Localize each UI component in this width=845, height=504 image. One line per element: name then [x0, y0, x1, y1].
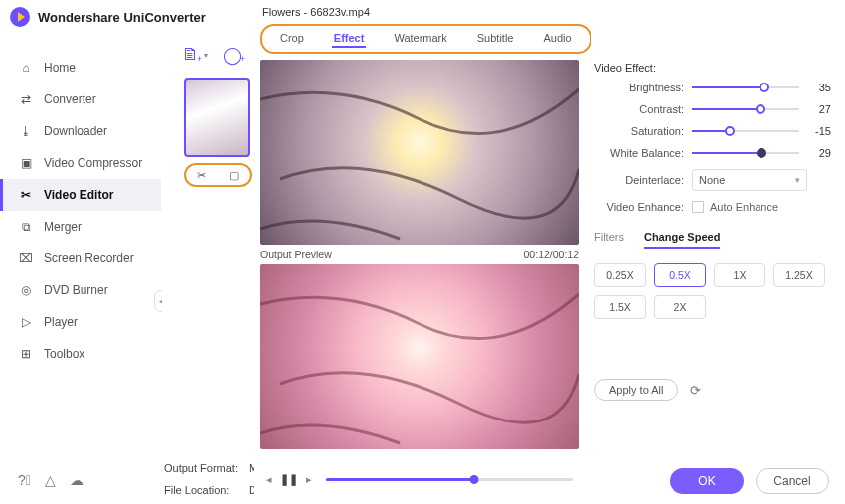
sidebar-item-downloader[interactable]: ⭳Downloader [0, 115, 161, 147]
editor-icon: ✂ [18, 187, 34, 203]
tab-effect[interactable]: Effect [332, 30, 367, 48]
crop-icon[interactable]: ▢ [229, 169, 239, 182]
cancel-button[interactable]: Cancel [756, 468, 829, 494]
sidebar-item-label: Home [44, 61, 76, 75]
sidebar-item-label: Player [44, 315, 78, 329]
speed-options: 0.25X 0.5X 1X 1.25X 1.5X 2X [594, 263, 831, 319]
merger-icon: ⧉ [18, 219, 34, 235]
auto-enhance-checkbox[interactable] [692, 201, 704, 213]
downloader-icon: ⭳ [18, 123, 34, 139]
help-icon[interactable]: ?⃝ [18, 472, 31, 488]
app-title: Wondershare UniConverter [38, 10, 206, 25]
tab-watermark[interactable]: Watermark [392, 30, 448, 48]
playback-slider[interactable] [326, 478, 573, 481]
speed-0-25x[interactable]: 0.25X [594, 263, 646, 287]
saturation-value: -15 [807, 125, 831, 137]
original-preview [260, 60, 579, 245]
video-enhance-label: Video Enhance: [594, 201, 684, 213]
sidebar-item-compressor[interactable]: ▣Video Compressor [0, 147, 161, 179]
auto-enhance-label: Auto Enhance [710, 201, 778, 213]
brightness-slider[interactable] [692, 86, 799, 88]
sidebar-item-label: Video Compressor [44, 156, 142, 170]
sidebar-item-merger[interactable]: ⧉Merger [0, 211, 161, 243]
sidebar-item-label: Screen Recorder [44, 252, 134, 265]
compressor-icon: ▣ [18, 155, 34, 171]
app-logo-icon [10, 7, 30, 27]
feedback-icon[interactable]: ☁ [70, 472, 84, 488]
pause-icon[interactable]: ❚❚ [280, 470, 298, 488]
sidebar-item-editor[interactable]: ✂Video Editor [0, 179, 161, 211]
converter-icon: ⇄ [18, 91, 34, 107]
player-icon: ▷ [18, 314, 34, 330]
video-effect-title: Video Effect: [594, 62, 831, 74]
subtab-filters[interactable]: Filters [594, 231, 624, 249]
deinterlace-label: Deinterlace: [594, 174, 684, 186]
sidebar-item-player[interactable]: ▷Player [0, 306, 161, 338]
reset-icon[interactable]: ⟳ [690, 383, 701, 398]
sidebar-item-label: DVD Burner [44, 283, 108, 297]
white-balance-slider[interactable] [692, 152, 799, 154]
preview-label: Output Preview [260, 249, 332, 260]
saturation-label: Saturation: [594, 125, 684, 137]
contrast-label: Contrast: [594, 103, 684, 115]
recorder-icon: ⌧ [18, 251, 34, 266]
brightness-label: Brightness: [594, 82, 684, 93]
next-frame-icon[interactable]: ▸ [300, 470, 318, 488]
trim-icon[interactable]: ✂ [197, 169, 206, 182]
speed-1-5x[interactable]: 1.5X [594, 295, 646, 319]
tab-crop[interactable]: Crop [278, 30, 306, 48]
file-location-label: File Location: [164, 484, 249, 496]
ok-button[interactable]: OK [670, 468, 744, 494]
contrast-slider[interactable] [692, 108, 799, 110]
sidebar-item-label: Video Editor [44, 188, 113, 202]
sidebar-item-label: Toolbox [44, 347, 84, 361]
bell-icon[interactable]: △ [45, 472, 56, 488]
toolbox-icon: ⊞ [18, 346, 34, 362]
white-balance-value: 29 [807, 147, 831, 159]
preview-time: 00:12/00:12 [524, 249, 579, 260]
add-url-button[interactable]: ◯+ [224, 44, 246, 66]
saturation-slider[interactable] [692, 130, 799, 132]
speed-0-5x[interactable]: 0.5X [654, 263, 706, 287]
speed-2x[interactable]: 2X [654, 295, 706, 319]
dialog-title: Flowers - 66823v.mp4 [254, 2, 837, 24]
contrast-value: 27 [807, 103, 831, 115]
subtab-change-speed[interactable]: Change Speed [644, 231, 720, 249]
apply-to-all-button[interactable]: Apply to All [594, 379, 678, 401]
chevron-down-icon: ▾ [795, 175, 800, 185]
sidebar: ⌂Home ⇄Converter ⭳Downloader ▣Video Comp… [0, 34, 162, 504]
editor-dialog: Flowers - 66823v.mp4 Crop Effect Waterma… [254, 2, 837, 500]
video-thumbnail[interactable] [184, 78, 250, 157]
sidebar-item-dvd[interactable]: ◎DVD Burner [0, 274, 161, 306]
sidebar-item-toolbox[interactable]: ⊞Toolbox [0, 338, 161, 370]
sidebar-item-label: Downloader [44, 124, 107, 138]
sidebar-item-label: Converter [44, 92, 96, 106]
tab-audio[interactable]: Audio [541, 30, 573, 48]
sidebar-item-recorder[interactable]: ⌧Screen Recorder [0, 243, 161, 274]
sidebar-item-label: Merger [44, 220, 82, 234]
white-balance-label: White Balance: [594, 147, 684, 159]
prev-frame-icon[interactable]: ◂ [260, 470, 278, 488]
playback-controls: ◂ ❚❚ ▸ [260, 470, 579, 488]
output-preview [260, 264, 579, 449]
tab-subtitle[interactable]: Subtitle [475, 30, 516, 48]
add-file-button[interactable]: 🗎+▾ [184, 44, 206, 66]
speed-1x[interactable]: 1X [714, 263, 765, 287]
sidebar-item-converter[interactable]: ⇄Converter [0, 84, 161, 115]
home-icon: ⌂ [18, 60, 34, 76]
brightness-value: 35 [807, 82, 831, 93]
output-format-label: Output Format: [164, 462, 249, 474]
speed-1-25x[interactable]: 1.25X [773, 263, 825, 287]
dvd-icon: ◎ [18, 282, 34, 298]
deinterlace-value: None [699, 174, 725, 186]
thumbnail-actions: ✂ ▢ [184, 163, 252, 187]
sidebar-item-home[interactable]: ⌂Home [0, 52, 161, 84]
deinterlace-dropdown[interactable]: None▾ [692, 169, 807, 191]
editor-tabs: Crop Effect Watermark Subtitle Audio [260, 24, 592, 54]
